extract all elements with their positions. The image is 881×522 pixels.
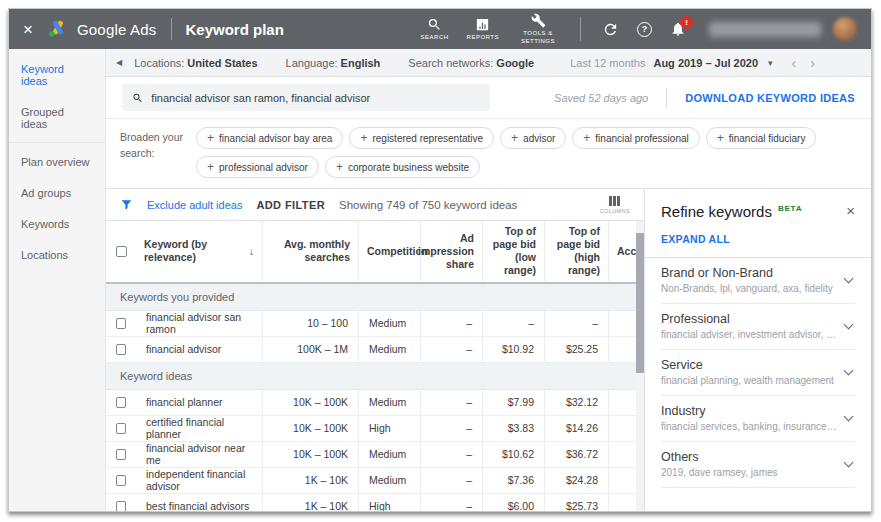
row-checkbox[interactable] [116, 344, 126, 355]
table-toolbar: Exclude adult ideas ADD FILTER Showing 7… [106, 189, 644, 221]
locations-filter[interactable]: Locations:United States [134, 57, 257, 69]
top-bid-high-cell: $24.28 [544, 468, 608, 493]
broaden-chip[interactable]: +financial fiduciary [706, 127, 817, 149]
previous-period-button[interactable]: ‹ [792, 55, 797, 71]
search-input[interactable] [151, 92, 480, 104]
wrench-icon [531, 13, 546, 28]
refine-group-brand[interactable]: Brand or Non-Brand Non-Brands, lpl, vang… [661, 258, 855, 304]
header-competition[interactable]: Competition [358, 221, 420, 282]
broaden-chip[interactable]: +financial advisor bay area [196, 127, 343, 149]
columns-button[interactable]: COLUMNS [600, 196, 630, 214]
search-networks-filter-value: Google [496, 57, 534, 69]
chip-label: financial advisor bay area [219, 133, 332, 144]
header-avg-monthly-searches[interactable]: Avg. monthly searches [262, 221, 358, 282]
refresh-button[interactable] [602, 21, 619, 38]
table-row[interactable]: financial advisor near me10K – 100KMediu… [106, 442, 644, 468]
table-row[interactable]: certified financial planner10K – 100KHig… [106, 416, 644, 442]
broaden-chip[interactable]: +registered representative [349, 127, 494, 149]
competition-cell: Medium [358, 468, 420, 493]
table-row[interactable]: independent financial advisor1K – 10KMed… [106, 468, 644, 494]
sidebar-item-grouped-ideas[interactable]: Grouped ideas [9, 96, 105, 139]
plan-settings-bar: ◀ Locations:United States Language:Engli… [106, 49, 871, 77]
sidebar-item-locations[interactable]: Locations [9, 239, 105, 270]
search-networks-filter[interactable]: Search networks:Google [408, 57, 534, 69]
refine-group-subtitle: 2019, dave ramsey, james [661, 467, 837, 478]
table-row[interactable]: financial advisor100K – 1MMedium–$10.92$… [106, 337, 644, 363]
refine-group-title: Service [661, 358, 837, 372]
competition-cell: High [358, 494, 420, 512]
add-icon: + [717, 132, 724, 144]
sidebar-divider [9, 142, 105, 143]
refine-group-professional[interactable]: Professional financial adviser, investme… [661, 304, 855, 350]
chip-label: professional advisor [219, 162, 308, 173]
page-title: Keyword plan [186, 21, 284, 38]
refine-group-subtitle: financial adviser, investment advisor, f… [661, 329, 837, 340]
avatar[interactable] [833, 17, 857, 41]
row-checkbox-cell [106, 311, 136, 336]
next-period-button[interactable]: › [810, 55, 815, 71]
exclude-adult-ideas-link[interactable]: Exclude adult ideas [147, 199, 242, 211]
chevron-down-icon [844, 366, 854, 376]
help-button[interactable]: ? [637, 22, 652, 37]
broaden-search-label: Broaden your search: [120, 127, 186, 178]
ad-impression-share-cell: – [420, 416, 482, 441]
row-checkbox[interactable] [116, 449, 126, 460]
table-row[interactable]: best financial advisors1K – 10KHigh–$6.0… [106, 494, 644, 512]
sidebar-item-ad-groups[interactable]: Ad groups [9, 177, 105, 208]
refine-group-industry[interactable]: Industry financial services, banking, in… [661, 396, 855, 442]
table-scrollbar[interactable] [636, 221, 644, 511]
download-keyword-ideas-button[interactable]: DOWNLOAD KEYWORD IDEAS [685, 92, 855, 104]
collapse-panel-icon[interactable]: ◀ [116, 58, 122, 67]
sidebar-item-plan-overview[interactable]: Plan overview [9, 146, 105, 177]
chevron-down-icon [844, 320, 854, 330]
competition-cell: Medium [358, 442, 420, 467]
expand-all-link[interactable]: EXPAND ALL [661, 233, 855, 245]
broaden-chip[interactable]: +corporate business website [325, 156, 480, 178]
sidebar-item-keyword-ideas[interactable]: Keyword ideas [9, 53, 105, 96]
brand-name: Google Ads [77, 21, 157, 38]
header-keyword[interactable]: Keyword (by relevance)↓ [136, 221, 262, 282]
top-bar: × Google Ads Keyword plan SEARCH REPORTS… [9, 9, 871, 49]
close-panel-icon[interactable]: × [846, 203, 855, 218]
broaden-chips: +financial advisor bay area+registered r… [196, 127, 859, 178]
row-checkbox[interactable] [116, 423, 126, 434]
broaden-chip[interactable]: +professional advisor [196, 156, 319, 178]
header-ad-impression-share[interactable]: Ad impression share [420, 221, 482, 282]
refine-group-title: Others [661, 450, 837, 464]
row-checkbox[interactable] [116, 397, 126, 408]
table-row[interactable]: financial planner10K – 100KMedium–$7.99$… [106, 390, 644, 416]
broaden-chip[interactable]: +financial professional [572, 127, 699, 149]
row-checkbox[interactable] [116, 475, 126, 486]
language-filter[interactable]: Language:English [286, 57, 381, 69]
refine-group-subtitle: financial services, banking, insurance, … [661, 421, 837, 432]
competition-cell: Medium [358, 390, 420, 415]
add-filter-button[interactable]: ADD FILTER [256, 199, 325, 211]
refine-group-service[interactable]: Service financial planning, wealth manag… [661, 350, 855, 396]
scrollbar-thumb[interactable] [636, 233, 644, 373]
row-checkbox[interactable] [116, 318, 126, 329]
header-top-of-page-bid-high[interactable]: Top of page bid (high range) [544, 221, 608, 282]
date-range-selector[interactable]: Last 12 months Aug 2019 – Jul 2020 ▾ [570, 57, 784, 69]
tools-settings-nav-button[interactable]: TOOLS & SETTINGS [517, 13, 559, 46]
refine-group-others[interactable]: Others 2019, dave ramsey, james [661, 442, 855, 488]
avg-monthly-searches-cell: 1K – 10K [262, 468, 358, 493]
sidebar-item-keywords[interactable]: Keywords [9, 208, 105, 239]
select-all-checkbox[interactable] [116, 246, 127, 257]
row-checkbox[interactable] [116, 501, 126, 512]
locations-filter-value: United States [187, 57, 257, 69]
chevron-down-icon [844, 458, 854, 468]
chevron-down-icon: ▾ [768, 58, 773, 68]
header-top-of-page-bid-low[interactable]: Top of page bid (low range) [482, 221, 544, 282]
top-bid-low-cell: $10.92 [482, 337, 544, 362]
reports-nav-button[interactable]: REPORTS [467, 17, 499, 42]
broaden-chip[interactable]: +advisor [500, 127, 566, 149]
top-bid-high-cell: $25.25 [544, 337, 608, 362]
top-bid-high-cell: $25.73 [544, 494, 608, 512]
table-row[interactable]: financial advisor san ramon10 – 100Mediu… [106, 311, 644, 337]
ad-impression-share-cell: – [420, 494, 482, 512]
close-icon[interactable]: × [23, 21, 33, 38]
avg-monthly-searches-cell: 10K – 100K [262, 442, 358, 467]
keyword-search-box[interactable] [122, 84, 490, 111]
search-nav-button[interactable]: SEARCH [421, 17, 449, 42]
notifications-button[interactable]: ! [670, 21, 686, 37]
